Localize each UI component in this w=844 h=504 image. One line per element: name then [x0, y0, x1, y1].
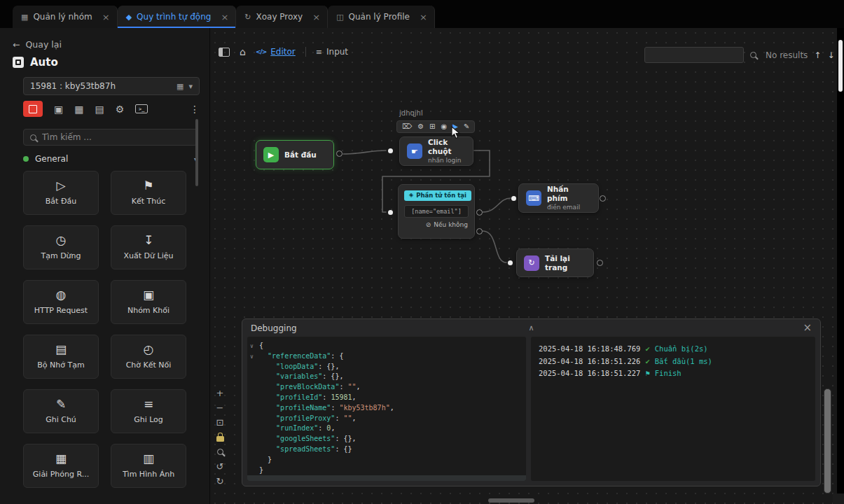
- input-connector[interactable]: [388, 148, 393, 153]
- kebab-menu-icon[interactable]: ⋮: [190, 104, 200, 115]
- table-icon[interactable]: ▦: [74, 104, 83, 114]
- block-palette: ▷Bắt Đầu ⚑Kết Thúc ◷Tạm Dừng ↧Xuất Dữ Li…: [23, 171, 186, 488]
- tab-quan-ly-nhom[interactable]: ▦ Quản lý nhóm ×: [13, 6, 118, 28]
- rotate-proxy-icon: ↻: [244, 13, 251, 21]
- block-label: HTTP Request: [34, 306, 88, 315]
- gear-icon[interactable]: ⚙: [116, 104, 125, 114]
- input-connector[interactable]: [508, 260, 513, 265]
- save-icon[interactable]: ▣: [54, 104, 63, 114]
- canvas-toolbar: ⌂ </> Editor ≡ Input: [219, 47, 348, 57]
- tab-editor[interactable]: </> Editor: [256, 47, 296, 57]
- gear-icon[interactable]: ⚙: [417, 123, 424, 130]
- block-ghi-chu[interactable]: ✎Ghi Chú: [23, 389, 99, 433]
- vertical-scrollbar-thumb[interactable]: [824, 388, 831, 493]
- terminal-icon[interactable]: >_: [135, 104, 148, 113]
- element-icon: ◈: [409, 192, 413, 198]
- block-tam-dung[interactable]: ◷Tạm Dừng: [23, 225, 99, 270]
- tab-bar: ▦ Quản lý nhóm × ◆ Quy trình tự động × ↻…: [0, 0, 844, 28]
- tab-xoay-proxy[interactable]: ↻ Xoay Proxy ×: [236, 6, 328, 28]
- sidebar: ← Quay lại Auto 15981 : kby53tb87h ▦ ▾ ▣…: [0, 28, 210, 504]
- tab-input[interactable]: ≡ Input: [316, 47, 348, 57]
- node-click-chuot[interactable]: ☛ Click chuột nhấn login: [399, 136, 473, 166]
- fold-chevron-icon[interactable]: ∨: [250, 352, 254, 363]
- duplicate-icon[interactable]: ⊞: [429, 123, 435, 130]
- fit-view-icon[interactable]: ⊡: [216, 417, 224, 427]
- export-icon: ↧: [144, 234, 153, 246]
- log-message: Chuẩn bị(2s): [655, 343, 708, 356]
- collapse-icon[interactable]: ∧: [528, 323, 534, 332]
- block-label: Chờ Kết Nối: [126, 360, 172, 370]
- undo-icon[interactable]: ↺: [216, 461, 224, 471]
- block-bat-dau[interactable]: ▷Bắt Đầu: [23, 171, 99, 215]
- block-http-request[interactable]: ◍HTTP Request: [23, 280, 99, 324]
- debug-header: Debugging ∧ ×: [242, 319, 820, 337]
- globe-icon: ◍: [56, 289, 67, 301]
- close-icon[interactable]: ×: [420, 13, 427, 22]
- block-ket-thuc[interactable]: ⚑Kết Thúc: [111, 171, 186, 215]
- scrollbar-corner: [833, 493, 844, 504]
- code-line: "profileProxy": "",: [247, 414, 526, 424]
- block-xuat-du-lieu[interactable]: ↧Xuất Dữ Liệu: [111, 225, 186, 270]
- code-line: "googleSheets": {},: [247, 434, 526, 444]
- note-icon: ✎: [56, 398, 66, 410]
- eye-icon[interactable]: ◉: [441, 123, 448, 130]
- back-arrow-icon: ←: [13, 39, 20, 50]
- output-connector[interactable]: [600, 195, 606, 202]
- output-connector[interactable]: [597, 260, 603, 266]
- lock-icon[interactable]: [216, 436, 224, 442]
- edit-icon[interactable]: ✎: [464, 123, 469, 130]
- block-ghi-log[interactable]: ≡Ghi Log: [111, 389, 186, 433]
- code-line: "profileName": "kby53tb87h",: [247, 403, 526, 414]
- sidebar-scrollbar[interactable]: [195, 119, 198, 186]
- next-result-icon[interactable]: ↓: [827, 50, 834, 60]
- block-cho-ket-noi[interactable]: ◴Chờ Kết Nối: [111, 335, 186, 379]
- block-bo-nho-tam[interactable]: ▤Bộ Nhớ Tạm: [23, 335, 99, 379]
- toggle-sidebar-icon[interactable]: [219, 48, 230, 57]
- back-link[interactable]: ← Quay lại: [13, 39, 62, 50]
- close-icon[interactable]: ×: [312, 13, 320, 22]
- section-label: General: [35, 154, 68, 164]
- redo-icon[interactable]: ↻: [216, 476, 224, 486]
- node-start[interactable]: ▶ Bắt đầu: [256, 140, 334, 169]
- block-nhom-khoi[interactable]: ▣Nhóm Khối: [111, 280, 186, 324]
- block-search-input[interactable]: [42, 132, 191, 142]
- horizontal-scrollbar-thumb[interactable]: [488, 498, 534, 503]
- close-icon[interactable]: ×: [102, 13, 110, 22]
- blocks-palette-button[interactable]: [23, 101, 43, 117]
- output-connector[interactable]: [336, 150, 343, 157]
- zoom-search-icon[interactable]: [217, 449, 223, 455]
- search-icon[interactable]: [750, 52, 756, 58]
- tab-quy-trinh-tu-dong[interactable]: ◆ Quy trình tự động ×: [118, 6, 237, 28]
- trash-icon[interactable]: ⌦: [402, 123, 412, 130]
- input-connector[interactable]: [511, 196, 516, 201]
- profile-select[interactable]: 15981 : kby53tb87h ▦ ▾: [23, 77, 200, 95]
- tab-quan-ly-profile[interactable]: ◫ Quản lý Profile ×: [328, 6, 435, 28]
- canvas-search-input[interactable]: [649, 50, 751, 59]
- input-connector[interactable]: [388, 210, 393, 215]
- section-general[interactable]: General ▾: [23, 154, 198, 164]
- node-nhan-phim[interactable]: ⌨ Nhấn phím điền email: [518, 183, 599, 213]
- close-icon[interactable]: ×: [803, 323, 812, 333]
- database-icon[interactable]: ▤: [95, 104, 104, 114]
- workflow-canvas[interactable]: ⌂ </> Editor ≡ Input No results ↑ ↓: [210, 28, 844, 504]
- node-tai-lai-trang[interactable]: ↻ Tải lại trang: [516, 248, 594, 277]
- output-connector[interactable]: [476, 228, 483, 234]
- prev-result-icon[interactable]: ↑: [814, 50, 821, 60]
- fold-chevron-icon[interactable]: ∨: [250, 342, 254, 352]
- log-status-icon: ✔: [645, 343, 649, 356]
- selector-input[interactable]: [name="email"]: [404, 205, 469, 218]
- block-giai-phong-ram[interactable]: ▦Giải Phóng R...: [23, 444, 99, 488]
- zoom-toolbar: + − ⊡ ↺ ↻: [214, 388, 226, 486]
- node-phan-tu-ton-tai[interactable]: ◈ Phần tử tồn tại [name="email"] ⊘ Nếu k…: [398, 184, 475, 239]
- close-icon[interactable]: ×: [221, 13, 228, 22]
- clipboard-icon: ▤: [55, 344, 67, 356]
- divider: [305, 47, 306, 57]
- block-tim-hinh-anh[interactable]: ▥Tìm Hình Ảnh: [111, 444, 186, 488]
- sidebar-toolbar: ▣ ▦ ▤ ⚙ >_ ⋮: [23, 101, 200, 117]
- zoom-in-icon[interactable]: +: [216, 388, 224, 398]
- code-line: "spreadSheets": {}: [247, 444, 526, 455]
- code-line: "prevBlockData": "",: [247, 382, 526, 393]
- home-icon[interactable]: ⌂: [240, 47, 246, 57]
- output-connector[interactable]: [476, 209, 483, 216]
- zoom-out-icon[interactable]: −: [216, 402, 224, 412]
